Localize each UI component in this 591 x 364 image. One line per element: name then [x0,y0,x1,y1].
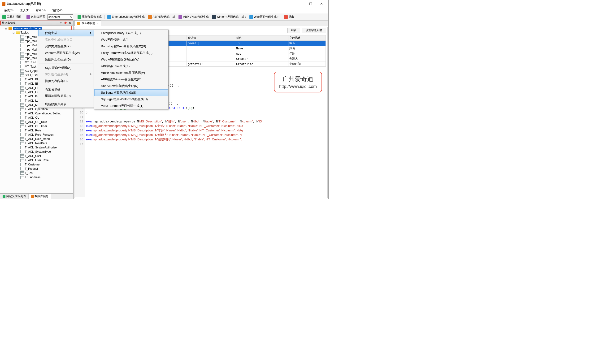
tree-node-table[interactable]: T_ACL_RoleData [1,141,73,145]
table-icon [20,35,24,39]
table-icon [20,124,24,128]
ctx2-bootstrap[interactable]: Bootstrap的Web界面代码生成(B) [94,43,168,50]
grid-header[interactable]: 别名 [235,35,288,41]
database-icon [8,27,12,30]
ctx2-sqlsugarwin[interactable]: SqlSugar框架Winform界面生成(U) [94,96,168,103]
maximize-button[interactable]: ☐ [305,0,316,7]
context-menu-2: EnterpriseLibrary代码生成(E) Web界面代码生成(I) Bo… [94,30,169,110]
toolbar-dbconfig[interactable]: 数据库配置 [25,14,46,20]
table-icon [20,52,24,56]
tree-node-table[interactable]: T_ACL_SystemType [1,150,73,154]
table-icon [20,120,24,124]
pin-icon[interactable]: 📌 [63,21,68,25]
table-icon [20,57,24,60]
panel-close-icon[interactable]: ✕ [68,21,72,25]
close-button[interactable]: ✕ [316,0,327,7]
table-icon [20,176,24,179]
tree-node-table[interactable]: T_ACL_User_Role [1,158,73,162]
refresh-button[interactable]: 刷新 [287,28,300,33]
tree-node-table[interactable]: T_ACL_Role_Function [1,133,73,137]
menu-tools[interactable]: 工具(T) [17,7,32,13]
ctx-reload[interactable]: 重新加载数据库(R) [38,93,94,99]
minimize-button[interactable]: — [294,0,305,7]
tree-node-table[interactable]: T_ACL_OU_User [1,124,73,128]
grid-header[interactable]: 字段描述 [288,35,325,41]
quit-icon [284,15,288,19]
ctx-entity-prop[interactable]: 实体类属性生成(P) [38,43,94,50]
table-icon [20,116,24,119]
table-icon [20,167,24,170]
menu-help[interactable]: 帮助(H) [33,7,48,13]
table-icon [20,159,24,162]
app-icon [2,2,6,6]
tab-close-icon[interactable]: ✕ [97,22,98,25]
ctx2-abpwin[interactable]: ABP框架Winform界面生成(G) [94,76,168,83]
web-icon [249,15,253,19]
grid-header[interactable]: 默认值 [187,35,235,41]
tree-node-table[interactable]: T_ACL_User [1,154,73,158]
ctx-codegen[interactable]: 代码生成▶ [38,30,94,36]
ctx-sqlgen: SQL语句生成(M)▶ [38,71,94,78]
alias-button[interactable]: 设置字段别名 [302,28,326,33]
toolbar-abpvnext[interactable]: ABP-VNext代码生成 [177,14,210,20]
ctx2-ef[interactable]: EntityFramework实体框架代码生成(F) [94,50,168,56]
menu-window[interactable]: 窗口(W) [49,7,65,13]
tree-node-table[interactable]: T_ACL_OU [1,116,73,120]
doc-tab-base[interactable]: 表基本信息 ✕ [74,20,101,26]
tree-node-table[interactable]: T_ACL_SystemAuthorize [1,145,73,150]
ctx-refresh[interactable]: 刷新数据库列表 [38,101,94,108]
table-icon [20,65,24,68]
tree-node-table[interactable]: T_ACL_Role_Menu [1,137,73,141]
tree-node-table[interactable]: T_ACL_OperationLogSetting [1,111,73,116]
titlebar: Database2Sharp[已注册] — ☐ ✕ [0,0,328,7]
winform-icon [212,15,216,19]
ctx2-entlib[interactable]: EnterpriseLibrary代码生成(E) [94,30,168,36]
ctx-winform[interactable]: Winform界面代码生成(W) [38,50,94,56]
ctx2-sqlsugar[interactable]: SqlSugar框架代码生成(S) [94,89,168,96]
tab-templates[interactable]: 自定义模板列表 [0,194,29,199]
table-icon [20,73,24,77]
table-icon [20,133,24,136]
table-icon [20,69,24,72]
toolbar: 工具栏视图 数据库配置 sqlserver 重新加载数据库 Enterprise… [0,13,328,20]
ctx-copy[interactable]: 拷贝列表内容(C) [38,78,94,84]
table-icon [20,44,24,47]
db-icon [31,195,34,198]
tree-node-table[interactable]: T_Test [1,171,73,175]
toolbar-view[interactable]: 工具栏视图 [1,14,22,20]
ctx2-abpvue[interactable]: ABP的Vue+Element界面代码(V) [94,70,168,76]
dbtype-select[interactable]: sqlserver [47,14,73,20]
table-icon [20,112,24,115]
toolbar-abp[interactable]: ABP框架代码生成 [147,14,176,20]
tree-node-table[interactable]: T_ACL_Role [1,128,73,133]
ctx2-abp[interactable]: ABP框架代码生成(A) [94,63,168,70]
toolbar-reload[interactable]: 重新加载数据库 [76,14,103,20]
table-icon [20,99,24,102]
table-icon [20,103,24,107]
table-icon [20,82,24,85]
menu-system[interactable]: 系统(S) [1,7,16,13]
ctx2-abpvnext[interactable]: Abp VNext框架代码生成(N) [94,83,168,89]
ctx-sqlquery[interactable]: SQL 查询分析器(A) [38,65,94,71]
toolbar-winform[interactable]: Winform界面代码生成▾ [211,14,247,20]
ctx2-webapi[interactable]: Web API控制器代码生成(W) [94,56,168,63]
ctx-dbdoc[interactable]: 数据库文档生成(D) [38,56,94,63]
panel-title: 数据库信息 [2,21,16,25]
ctx2-web[interactable]: Web界面代码生成(I) [94,36,168,43]
toolbar-entlib[interactable]: EnterpriseLibrary代码生成 [106,14,146,20]
table-icon [20,78,24,81]
table-icon [20,146,24,149]
panel-dropdown-icon[interactable]: ▾ [59,21,63,25]
tree-node-table[interactable]: T_Product [1,167,73,171]
toolbar-web[interactable]: Web界面代码生成▾ [248,14,280,20]
tree-node-table[interactable]: T_Customer [1,162,73,167]
tab-dbinfo[interactable]: 数据库信息 [29,194,51,199]
tree-node-table[interactable]: T_ACL_OU_Role [1,120,73,124]
table-icon [20,163,24,166]
toolbar-quit[interactable]: 退出 [283,14,295,20]
table-icon [20,108,24,111]
abpvnext-icon [178,15,182,19]
tree-node-table[interactable]: TB_Address [1,175,73,179]
ctx-alias[interactable]: 表别名修改 [38,86,94,93]
ctx2-vue3[interactable]: Vue3+Element界面代码生成(T) [94,103,168,109]
